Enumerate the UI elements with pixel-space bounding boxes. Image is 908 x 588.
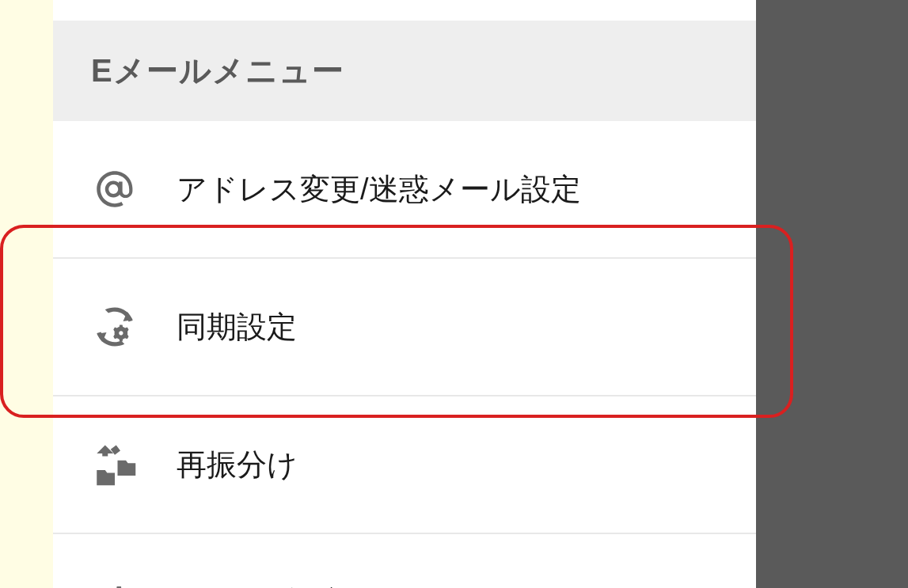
menu-item-label: Eメール設定 — [177, 582, 348, 589]
menu-item-sync-settings[interactable]: 同期設定 — [53, 259, 756, 396]
menu-item-address-spam-settings[interactable]: アドレス変更/迷惑メール設定 — [53, 121, 756, 259]
menu-list: アドレス変更/迷惑メール設定 同期設定 — [53, 121, 756, 588]
sync-gear-icon — [91, 303, 139, 351]
outer-background: Eメールメニュー アドレス変更/迷惑メール設定 — [0, 0, 756, 588]
at-icon — [91, 165, 139, 213]
menu-item-resort[interactable]: 再振分け — [53, 396, 756, 534]
gear-icon — [91, 579, 139, 588]
menu-item-label: アドレス変更/迷惑メール設定 — [177, 169, 581, 210]
menu-item-label: 同期設定 — [177, 307, 297, 347]
email-menu-container: Eメールメニュー アドレス変更/迷惑メール設定 — [53, 0, 756, 588]
menu-item-label: 再振分け — [177, 445, 298, 485]
menu-header: Eメールメニュー — [53, 21, 756, 121]
menu-header-title: Eメールメニュー — [91, 49, 718, 93]
svg-marker-2 — [97, 446, 113, 457]
menu-item-email-settings[interactable]: Eメール設定 — [53, 534, 756, 588]
folder-sort-icon — [91, 441, 139, 488]
